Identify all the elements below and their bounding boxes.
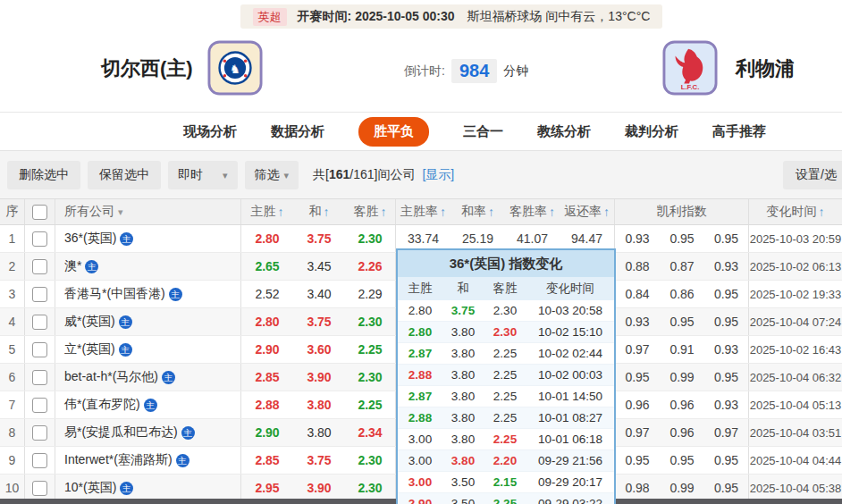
kelly-home: 0.93 [615,225,660,252]
popup-row: 2.80 3.80 2.30 10-02 15:10 [398,322,614,343]
company-cell[interactable]: 10*(英国) 主 [55,475,241,501]
company-cell[interactable]: 威*(英国) 主 [55,308,241,335]
header-company[interactable]: 所有公司▾ [55,199,241,224]
filter-dropdown[interactable]: 筛选 ▾ [245,161,299,189]
popup-row: 2.88 3.80 2.25 10-01 08:27 [398,407,614,429]
odds-draw: 3.80 [293,391,345,418]
delete-selected-button[interactable]: 删除选中 [7,161,80,189]
tab-three-in-one[interactable]: 三合一 [463,123,503,140]
kelly-home: 0.97 [615,419,660,446]
popup-odds-away: 2.20 [484,454,526,467]
tab-live-analysis[interactable]: 现场分析 [183,123,237,140]
header-home-win[interactable]: 主胜↑ [241,199,293,224]
popup-odds-away: 2.30 [484,325,526,339]
tab-data-analysis[interactable]: 数据分析 [271,123,324,140]
row-checkbox[interactable] [32,231,47,247]
sort-up-icon: ↑ [278,205,284,219]
host-badge-icon: 主 [85,260,98,273]
change-time: 2025-10-04 05:13 [749,391,842,418]
row-checkbox[interactable] [32,425,47,441]
row-seq: 2 [0,253,25,280]
company-cell[interactable]: 易*(安提瓜和巴布达) 主 [55,419,241,446]
select-all-checkbox[interactable] [32,205,47,220]
popup-row: 2.90 3.50 2.25 09-29 03:22 [398,493,614,504]
header-draw[interactable]: 和↑ [293,199,345,224]
company-cell[interactable]: 香港马*(中国香港) 主 [55,281,241,307]
tab-win-draw-lose[interactable]: 胜平负 [358,117,429,147]
popup-header-draw: 和 [442,281,484,297]
odds-home-win: 2.85 [241,447,293,474]
popup-odds-away: 2.25 [484,390,526,403]
popup-title: 36*(英国) 指数变化 [398,250,614,277]
popup-row: 2.87 3.80 2.25 10-02 02:44 [398,343,614,365]
sort-up-icon: ↑ [440,205,446,219]
header-home-rate[interactable]: 主胜率↑ [396,199,450,224]
tab-expert-recommend[interactable]: 高手推荐 [712,123,766,140]
header-return-rate[interactable]: 返还率↑ [560,199,615,224]
header-away-rate[interactable]: 客胜率↑ [505,199,560,224]
popup-odds-home: 3.00 [398,433,442,446]
row-seq: 9 [0,447,25,474]
company-cell[interactable]: 立*(英国) 主 [55,336,241,363]
change-time: 2025-10-02 06:13 [749,253,842,280]
header-draw-rate[interactable]: 和率↑ [450,199,505,224]
company-cell[interactable]: Interwet*(塞浦路斯) 主 [55,447,241,474]
kelly-draw: 0.95 [660,225,704,252]
header-kelly: 凯利指数 [615,199,749,224]
tab-referee-analysis[interactable]: 裁判分析 [625,123,678,140]
row-checkbox[interactable] [32,259,47,274]
popup-odds-home: 2.88 [398,368,442,382]
odds-draw: 3.75 [293,308,345,335]
host-badge-icon: 主 [169,288,182,301]
row-checkbox-cell [25,475,55,501]
row-checkbox[interactable] [32,370,47,385]
company-cell[interactable]: 澳* 主 [55,253,241,280]
row-checkbox[interactable] [32,398,47,413]
row-checkbox-cell [25,419,55,446]
popup-header: 主胜 和 客胜 变化时间 [398,277,614,300]
svg-text:♞: ♞ [230,63,240,76]
row-checkbox-cell [25,225,55,252]
host-badge-icon: 主 [176,454,189,467]
row-checkbox[interactable] [32,315,47,330]
popup-odds-away: 2.30 [484,304,526,317]
odds-draw: 3.75 [293,447,345,474]
meta-bar: 英超 开赛时间: 2025-10-05 00:30 斯坦福桥球场 间中有云，13… [0,4,842,29]
popup-odds-draw: 3.80 [442,325,484,339]
company-cell[interactable]: 36*(英国) 主 [55,225,241,252]
popup-change-time: 09-29 03:22 [526,497,614,504]
header-select-all[interactable] [25,199,55,224]
odds-home-win: 2.90 [241,336,293,363]
show-link[interactable]: [显示] [422,167,454,183]
header-away-win[interactable]: 客胜↑ [345,199,396,224]
odds-home-win: 2.80 [241,225,293,252]
kickoff-time: 开赛时间: 2025-10-05 00:30 [298,9,455,25]
header-change-time[interactable]: 变化时间↑ [749,199,842,224]
row-checkbox[interactable] [32,481,47,496]
host-badge-icon: 主 [162,371,175,384]
keep-selected-button[interactable]: 保留选中 [88,161,161,189]
row-checkbox[interactable] [32,453,47,468]
kelly-away: 0.93 [704,336,749,363]
row-checkbox-cell [25,364,55,391]
row-seq: 10 [0,475,25,501]
home-team-name: 切尔西(主) [101,55,193,82]
tab-coach-analysis[interactable]: 教练分析 [537,123,591,140]
host-badge-icon: 主 [181,426,195,440]
company-name: 立*(英国) [64,341,115,357]
odds-draw: 3.75 [293,225,345,252]
company-cell[interactable]: 伟*(直布罗陀) 主 [55,391,241,418]
kelly-away: 0.93 [704,253,749,280]
filter-dropdown-label: 筛选 [255,167,280,183]
settings-button[interactable]: 设置/选 [783,161,842,189]
odds-away-win: 2.30 [345,447,396,474]
row-checkbox[interactable] [32,287,47,302]
change-time: 2025-10-04 07:24 [749,308,842,335]
row-checkbox[interactable] [32,342,47,357]
row-seq: 6 [0,364,25,391]
chevron-down-icon: ▾ [118,206,123,218]
popup-row: 2.87 3.80 2.25 10-01 14:50 [398,386,614,407]
company-cell[interactable]: bet-at-h*(马尔他) 主 [55,364,241,391]
mode-dropdown[interactable]: 即时 ▾ [168,161,238,189]
popup-row: 3.00 3.80 2.20 09-29 21:56 [398,450,614,472]
